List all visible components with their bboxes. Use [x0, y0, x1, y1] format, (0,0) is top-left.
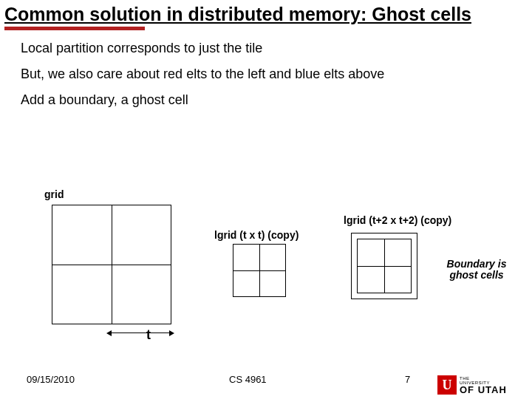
t-label: t: [146, 327, 151, 343]
bullet-3: Add a boundary, a ghost cell: [21, 92, 523, 108]
bullet-2: But, we also care about red elts to the …: [21, 66, 523, 82]
slide-title: Common solution in distributed memory: G…: [0, 0, 532, 25]
logo-line3: OF UTAH: [460, 385, 507, 395]
ghost-note: Boundary is ghost cells: [436, 259, 517, 282]
bullet-list: Local partition corresponds to just the …: [0, 30, 532, 108]
small-grid: [233, 244, 286, 297]
footer-course: CS 4961: [229, 374, 267, 385]
lgrid-txt-label: lgrid (t x t) (copy): [214, 229, 299, 241]
footer-page: 7: [405, 374, 410, 385]
ghost-grid-inner: [357, 239, 412, 293]
lgrid-ghost-label: lgrid (t+2 x t+2) (copy): [344, 214, 451, 226]
ghost-grid: [351, 233, 417, 299]
bullet-1: Local partition corresponds to just the …: [21, 41, 523, 56]
logo-u-icon: U: [437, 375, 457, 395]
diagram-area: grid lgrid (t x t) (copy) lgrid (t+2 x t…: [0, 188, 532, 358]
grid-label: grid: [44, 188, 64, 200]
big-grid: [52, 205, 171, 324]
t-width-arrow: [111, 332, 170, 333]
university-logo: U THE UNIVERSITY OF UTAH: [437, 374, 526, 396]
logo-text: THE UNIVERSITY OF UTAH: [460, 376, 507, 395]
footer-date: 09/15/2010: [27, 374, 75, 385]
